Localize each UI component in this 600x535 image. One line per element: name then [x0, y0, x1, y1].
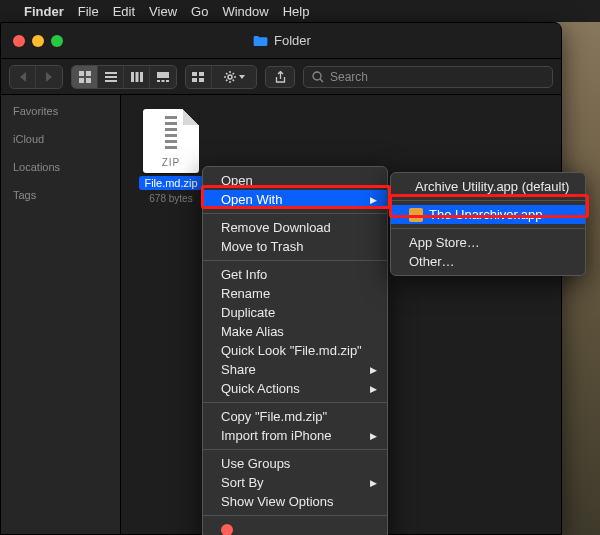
open-with-submenu: Archive Utility.app (default) The Unarch…	[390, 172, 586, 276]
svg-rect-6	[105, 80, 117, 82]
ctx-make-alias[interactable]: Make Alias	[203, 322, 387, 341]
submenu-arrow-icon: ▶	[370, 478, 377, 488]
list-view-button[interactable]	[98, 66, 124, 88]
app-name[interactable]: Finder	[24, 4, 64, 19]
submenu-arrow-icon: ▶	[370, 431, 377, 441]
ctx-separator	[203, 402, 387, 403]
svg-rect-12	[162, 80, 165, 82]
ctx-separator	[203, 449, 387, 450]
open-with-app-store[interactable]: App Store…	[391, 233, 585, 252]
ctx-show-view-options[interactable]: Show View Options	[203, 492, 387, 511]
svg-rect-4	[105, 72, 117, 74]
ctx-use-groups[interactable]: Use Groups	[203, 454, 387, 473]
folder-icon	[253, 35, 268, 47]
sidebar-section-tags[interactable]: Tags	[13, 189, 108, 201]
svg-rect-13	[166, 80, 169, 82]
search-field[interactable]: Search	[303, 66, 553, 88]
svg-rect-9	[140, 72, 143, 82]
nav-buttons	[9, 65, 63, 89]
ctx-separator	[203, 515, 387, 516]
ctx-share[interactable]: Share▶	[203, 360, 387, 379]
file-size-label: 678 bytes	[149, 193, 192, 204]
window-title: Folder	[274, 33, 311, 48]
svg-rect-8	[135, 72, 138, 82]
menu-go[interactable]: Go	[191, 4, 208, 19]
minimize-button[interactable]	[32, 35, 44, 47]
ctx-separator	[203, 213, 387, 214]
context-menu: Open Open With▶ Remove Download Move to …	[202, 166, 388, 535]
ctx-open-with[interactable]: Open With▶	[203, 190, 387, 209]
traffic-lights	[1, 35, 63, 47]
sidebar-section-favorites[interactable]: Favorites	[13, 105, 108, 117]
back-button[interactable]	[10, 66, 36, 88]
file-name-label: File.md.zip	[139, 176, 202, 190]
svg-rect-0	[79, 71, 84, 76]
close-button[interactable]	[13, 35, 25, 47]
svg-rect-3	[86, 78, 91, 83]
svg-rect-14	[192, 72, 197, 76]
open-with-archive-utility[interactable]: Archive Utility.app (default)	[391, 177, 585, 196]
titlebar: Folder	[1, 23, 561, 59]
ctx-duplicate[interactable]: Duplicate	[203, 303, 387, 322]
search-icon	[312, 71, 324, 83]
svg-rect-7	[131, 72, 134, 82]
svg-rect-5	[105, 76, 117, 78]
view-mode-segment	[71, 65, 177, 89]
column-view-button[interactable]	[124, 66, 150, 88]
svg-point-18	[228, 75, 232, 79]
submenu-arrow-icon: ▶	[370, 365, 377, 375]
macos-menubar: Finder File Edit View Go Window Help	[0, 0, 600, 22]
submenu-arrow-icon: ▶	[370, 384, 377, 394]
svg-rect-11	[157, 80, 160, 82]
tag-dot-red-icon	[221, 524, 233, 536]
submenu-arrow-icon: ▶	[370, 195, 377, 205]
zoom-button[interactable]	[51, 35, 63, 47]
file-item[interactable]: ZIP File.md.zip 678 bytes	[135, 109, 207, 204]
ctx-open[interactable]: Open	[203, 171, 387, 190]
forward-button[interactable]	[36, 66, 62, 88]
toolbar: Search	[1, 59, 561, 95]
svg-rect-2	[79, 78, 84, 83]
ctx-quick-actions[interactable]: Quick Actions▶	[203, 379, 387, 398]
menu-view[interactable]: View	[149, 4, 177, 19]
sidebar: Favorites iCloud Locations Tags	[1, 95, 121, 534]
ctx-separator	[391, 200, 585, 201]
ctx-remove-download[interactable]: Remove Download	[203, 218, 387, 237]
ctx-quick-look[interactable]: Quick Look "File.md.zip"	[203, 341, 387, 360]
svg-rect-10	[157, 72, 169, 78]
sidebar-section-locations[interactable]: Locations	[13, 161, 108, 173]
file-type-badge: ZIP	[143, 157, 199, 168]
group-button[interactable]	[186, 66, 212, 88]
menu-window[interactable]: Window	[222, 4, 268, 19]
ctx-tag-colors[interactable]	[203, 520, 387, 535]
ctx-import-iphone[interactable]: Import from iPhone▶	[203, 426, 387, 445]
ctx-copy[interactable]: Copy "File.md.zip"	[203, 407, 387, 426]
ctx-separator	[391, 228, 585, 229]
zip-file-icon: ZIP	[143, 109, 199, 173]
ctx-get-info[interactable]: Get Info	[203, 265, 387, 284]
ctx-rename[interactable]: Rename	[203, 284, 387, 303]
menu-help[interactable]: Help	[283, 4, 310, 19]
open-with-other[interactable]: Other…	[391, 252, 585, 271]
menu-edit[interactable]: Edit	[113, 4, 135, 19]
share-button[interactable]	[265, 66, 295, 88]
svg-line-20	[320, 79, 323, 82]
ctx-sort-by[interactable]: Sort By▶	[203, 473, 387, 492]
ctx-move-to-trash[interactable]: Move to Trash	[203, 237, 387, 256]
sidebar-section-icloud[interactable]: iCloud	[13, 133, 108, 145]
svg-point-19	[313, 72, 321, 80]
icon-view-button[interactable]	[72, 66, 98, 88]
svg-rect-17	[199, 78, 204, 82]
gallery-view-button[interactable]	[150, 66, 176, 88]
open-with-the-unarchiver[interactable]: The Unarchiver.app	[391, 205, 585, 224]
svg-rect-16	[199, 72, 204, 76]
svg-rect-15	[192, 78, 197, 82]
svg-rect-1	[86, 71, 91, 76]
action-menu-button[interactable]	[212, 66, 256, 88]
unarchiver-icon	[409, 208, 423, 222]
menu-file[interactable]: File	[78, 4, 99, 19]
ctx-separator	[203, 260, 387, 261]
search-placeholder: Search	[330, 70, 368, 84]
group-action-segment	[185, 65, 257, 89]
